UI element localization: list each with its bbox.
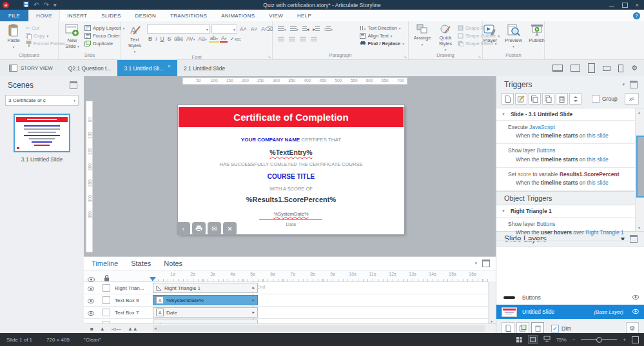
font-size-combo[interactable]: ▾ (211, 25, 237, 34)
scroll-up-icon[interactable]: ▴ (638, 110, 640, 114)
menu-view[interactable]: VIEW (262, 10, 290, 21)
back-button[interactable]: ‹ (177, 222, 190, 235)
numbering-button[interactable]: ▾ (290, 26, 298, 32)
phone-landscape-icon[interactable] (603, 66, 610, 71)
timeline-object-bar[interactable]: A%SystemDate%▸ (153, 295, 258, 305)
zoom-out-icon[interactable]: − (572, 337, 576, 343)
slide-canvas[interactable]: 5010015020025030035040045050055060065070… (84, 76, 496, 256)
visibility-eye-icon[interactable] (84, 307, 98, 318)
zoom-slider-knob[interactable] (596, 337, 602, 343)
group-checkbox[interactable] (592, 95, 600, 103)
delete-trigger-button[interactable] (556, 93, 568, 105)
align-center-button[interactable] (289, 37, 295, 41)
align-text-button[interactable]: Align Text▾ (360, 32, 404, 39)
menu-animations[interactable]: ANIMATIONS (214, 10, 262, 21)
timeline-object-name[interactable]: Right Trian... (115, 285, 153, 291)
slide-thumbnail[interactable] (14, 114, 70, 152)
certificate-name-variable[interactable]: %TextEntry% (178, 148, 404, 156)
find-replace-button[interactable]: Find / Replace▾ (360, 40, 404, 47)
increase-indent-button[interactable]: ▸ (313, 26, 320, 32)
qat-dropdown-icon[interactable]: ▾ (54, 2, 57, 8)
scenes-panel-icon[interactable] (70, 81, 77, 89)
collapse-rows-icon[interactable]: ▲ (100, 326, 105, 332)
timeline-row[interactable]: Line 3 Line 3▸ (84, 319, 496, 323)
timeline-collapse-icon[interactable]: ▾ (474, 261, 477, 266)
menu-home[interactable]: HOME (28, 10, 60, 21)
email-button[interactable]: ✉ (208, 222, 221, 235)
timeline-horizontal-scrollbar[interactable]: ◂ (153, 325, 485, 332)
timeline-lane[interactable]: Right Triangle 1▸ (153, 282, 496, 294)
timeline-object-bar[interactable]: ADate▸ (153, 307, 258, 318)
timeline-object-bar[interactable]: Right Triangle 1▸ (153, 283, 258, 293)
trigger-item[interactable]: Execute JavaScriptWhen the timeline star… (496, 121, 636, 144)
dim-checkbox[interactable]: ✓ (551, 325, 559, 332)
layer-eye-icon[interactable] (632, 309, 639, 315)
slide-tab-2[interactable]: 3.1 Untitled Sli...× (117, 60, 177, 76)
drawing-dialog-launcher[interactable]: ↘ (478, 54, 481, 59)
change-case-button[interactable]: Aa▾ (197, 36, 208, 42)
text-direction-button[interactable]: AText Direction▾ (360, 25, 404, 32)
menu-transitions[interactable]: TRANSITIONS (163, 10, 214, 21)
clear-formatting-button[interactable]: A⌫ (260, 26, 274, 32)
close-course-button[interactable]: ✕ (223, 222, 237, 235)
print-button[interactable] (192, 222, 206, 235)
certificate-score-variable[interactable]: %Results1.ScorePercent% (178, 196, 404, 203)
italic-button[interactable]: I (154, 36, 158, 42)
trigger-item[interactable]: Show layer ButtonsWhen the user hovers o… (496, 218, 636, 241)
tablet-portrait-icon[interactable] (588, 63, 595, 73)
stop-icon[interactable]: ■ (90, 326, 93, 332)
publish-button[interactable]: Publish (526, 23, 548, 52)
zoom-slider[interactable] (581, 339, 617, 340)
align-right-button[interactable] (300, 37, 306, 41)
decrease-indent-button[interactable]: ◂ (302, 26, 309, 32)
bullets-button[interactable]: ▾ (278, 26, 286, 32)
tablet-landscape-icon[interactable] (571, 65, 580, 72)
visibility-eye-icon[interactable] (84, 294, 98, 306)
timeline-row[interactable]: Text Box 7 ADate▸ (84, 307, 496, 319)
duplicate-button[interactable]: Duplicate (84, 40, 124, 47)
certificate-company-line[interactable]: YOUR COMPANY NAME CERTIFES THAT (178, 137, 404, 143)
char-spacing-button[interactable]: AV▾ (185, 36, 196, 42)
highlight-color-button[interactable]: ab▾ (209, 35, 219, 43)
bar-expand-icon[interactable]: ▸ (252, 310, 255, 315)
timeline-row[interactable]: Text Box 9 A%SystemDate%▸ (84, 294, 496, 307)
new-trigger-button[interactable] (502, 93, 514, 105)
timeline-object-name[interactable]: Text Box 9 (115, 298, 153, 303)
paste-button[interactable]: Paste▾ (3, 23, 24, 52)
undo-icon[interactable]: ↶ (34, 2, 39, 8)
redo-icon[interactable]: ↷ (43, 2, 48, 8)
zoom-in-icon[interactable]: + (623, 337, 626, 343)
object-trigger-section-header[interactable]: ▼Right Triangle 1 (496, 205, 636, 218)
visibility-eye-icon[interactable] (84, 319, 98, 323)
bar-expand-icon[interactable]: ▸ (252, 298, 255, 303)
menu-insert[interactable]: INSERT (60, 10, 94, 21)
lock-checkbox[interactable] (98, 296, 115, 304)
visibility-eye-icon[interactable] (84, 282, 98, 294)
menu-file[interactable]: FILE (0, 10, 28, 21)
paste-trigger-button[interactable] (542, 93, 554, 105)
collapse-chevron-icon[interactable]: ▼ (502, 112, 505, 116)
player-settings-gear-icon[interactable]: ⚙ (631, 64, 638, 72)
restore-button[interactable] (622, 3, 628, 8)
font-dialog-launcher[interactable]: ↘ (268, 54, 271, 59)
strikethrough-button[interactable]: S (166, 36, 173, 42)
align-left-button[interactable] (278, 37, 284, 41)
menu-design[interactable]: DESIGN (128, 10, 163, 21)
justify-button[interactable] (311, 37, 317, 41)
spell-check-icon[interactable]: ✓ABC (228, 36, 242, 42)
triggers-collapse-icon[interactable]: ▾ (622, 82, 625, 87)
triggers-panel-icon[interactable] (630, 81, 638, 88)
timeline-tab-notes[interactable]: Notes (164, 260, 182, 267)
present-status-icon[interactable] (543, 336, 551, 343)
tab-close-icon[interactable]: × (168, 63, 171, 69)
collapse-chevron-icon[interactable]: ▼ (502, 209, 505, 213)
text-styles-button[interactable]: A Text Styles▾ (124, 23, 146, 54)
slide-stage[interactable]: Certificate of Completion YOUR COMPANY N… (178, 105, 404, 234)
paragraph-dialog-launcher[interactable]: ↘ (404, 54, 407, 59)
story-view-tab[interactable]: STORY VIEW (0, 60, 62, 76)
bold-button[interactable]: B (147, 36, 153, 42)
scroll-left-icon[interactable]: ◂ (154, 326, 157, 331)
layer-row-untitled-slide[interactable]: Untitled Slide (Base Layer) (496, 305, 644, 319)
timeline-lane[interactable]: Line 3▸ (153, 319, 496, 323)
quick-styles-button[interactable]: Quick Styles▾ (434, 23, 456, 52)
